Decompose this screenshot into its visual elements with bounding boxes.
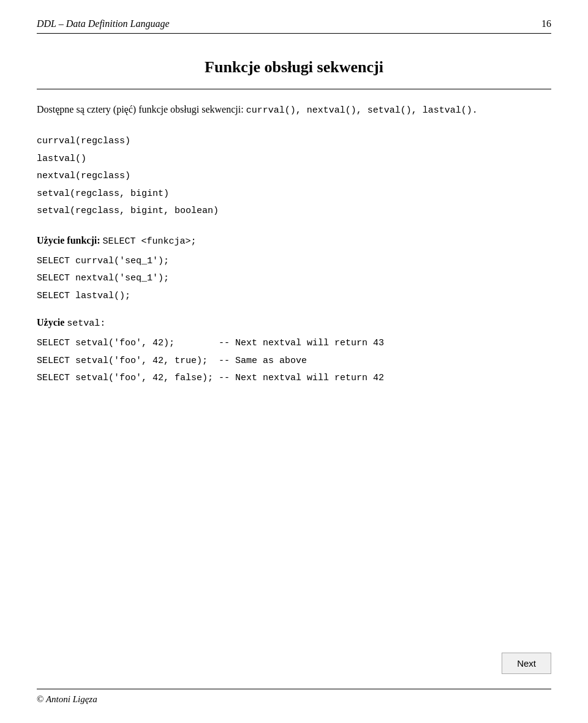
copyright-symbol: © <box>37 694 43 704</box>
usage-select-label-mono: SELECT <funkcja>; <box>103 236 197 247</box>
intro-text: Dostępne są cztery (pięć) funkcje obsług… <box>37 102 551 118</box>
setval-code: SELECT setval('foo', 42); -- Next nextva… <box>37 335 551 388</box>
intro-text-before: Dostępne są cztery (pięć) funkcje obsług… <box>37 104 244 114</box>
usage-select-label-bold: Użycie funkcji: <box>37 235 100 245</box>
page-footer: © Antoni Ligęza <box>37 689 551 705</box>
header-title: DDL – Data Definition Language <box>37 18 170 29</box>
navigation-area: Next <box>502 653 551 674</box>
function-list-item: currval(regclass) <box>37 133 551 151</box>
setval-label-bold: Użycie <box>37 317 64 328</box>
setval-code-line: SELECT setval('foo', 42, true); -- Same … <box>37 353 551 370</box>
code-line: SELECT currval('seq_1'); <box>37 253 551 271</box>
section-divider <box>37 89 551 89</box>
setval-label-mono: setval: <box>67 318 105 329</box>
setval-label: Użycie setval: <box>37 317 551 329</box>
setval-section: Użycie setval: SELECT setval('foo', 42);… <box>37 317 551 388</box>
section-title: Funkcje obsługi sekwencji <box>37 58 551 77</box>
footer-text: © Antoni Ligęza <box>37 694 97 705</box>
function-list-item: setval(regclass, bigint) <box>37 185 551 203</box>
code-line: SELECT lastval(); <box>37 288 551 305</box>
setval-code-line: SELECT setval('foo', 42, false); -- Next… <box>37 370 551 388</box>
setval-code-line: SELECT setval('foo', 42); -- Next nextva… <box>37 335 551 353</box>
usage-select-block: Użycie funkcji: SELECT <funkcja>; SELECT… <box>37 235 551 305</box>
page-container: DDL – Data Definition Language 16 Funkcj… <box>0 0 588 723</box>
next-button[interactable]: Next <box>502 653 551 674</box>
usage-select-label: Użycie funkcji: SELECT <funkcja>; <box>37 235 551 247</box>
footer-author: Antoni Ligęza <box>46 694 97 704</box>
header-page-number: 16 <box>541 18 551 29</box>
function-list-item: setval(regclass, bigint, boolean) <box>37 203 551 220</box>
usage-select-code: SELECT currval('seq_1'); SELECT nextval(… <box>37 253 551 305</box>
function-list: currval(regclass) lastval() nextval(regc… <box>37 133 551 220</box>
intro-functions-inline: currval(), nextval(), setval(), lastval(… <box>246 105 478 116</box>
function-list-item: lastval() <box>37 151 551 168</box>
function-list-item: nextval(regclass) <box>37 168 551 185</box>
page-header: DDL – Data Definition Language 16 <box>37 18 551 34</box>
code-line: SELECT nextval('seq_1'); <box>37 270 551 288</box>
